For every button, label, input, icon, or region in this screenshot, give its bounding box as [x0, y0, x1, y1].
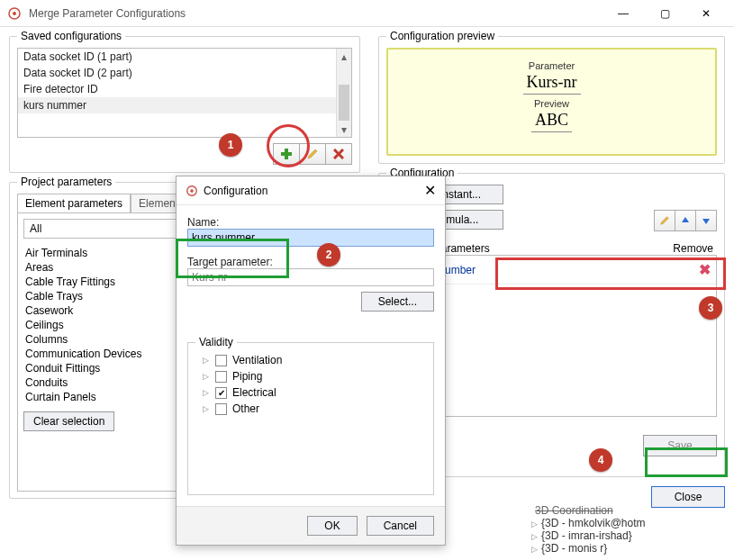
checkbox[interactable] [215, 355, 227, 366]
svg-point-5 [190, 189, 194, 193]
saved-configurations-list[interactable]: Data socket ID (1 part) Data socket ID (… [17, 48, 352, 138]
select-target-button[interactable]: Select... [361, 292, 434, 312]
configuration-dialog: Configuration ✕ Name: kurs nummer Target… [176, 176, 446, 546]
validity-item-ventilation[interactable]: ▷ Ventilation [195, 352, 426, 368]
dialog-cancel-button[interactable]: Cancel [367, 516, 434, 536]
preview-preview-value: ABC [531, 111, 572, 132]
svg-rect-3 [281, 152, 292, 156]
window-minimize-button[interactable]: — [603, 0, 644, 27]
name-label: Name: [187, 216, 434, 229]
dialog-ok-button[interactable]: OK [307, 516, 357, 536]
header-remove-label: Remove [673, 242, 713, 255]
bg-item[interactable]: ▷{3D - monis r} [531, 542, 734, 555]
validity-label: Ventilation [232, 354, 282, 366]
edit-config-button[interactable] [299, 143, 326, 165]
validity-group: Validity ▷ Ventilation ▷ Piping ▷ ✔ Elec… [187, 342, 434, 495]
save-button[interactable]: Save [643, 435, 717, 456]
checkbox[interactable]: ✔ [215, 387, 227, 399]
delete-config-button[interactable] [325, 143, 352, 165]
window-close-button[interactable]: ✕ [685, 0, 727, 27]
validity-label: Piping [232, 370, 262, 383]
project-parameters-title: Project parameters [17, 176, 115, 188]
scroll-thumb[interactable] [339, 85, 349, 121]
scroll-up-arrow[interactable]: ▴ [337, 49, 351, 64]
saved-scrollbar[interactable]: ▴ ▾ [336, 49, 351, 137]
dialog-title: Configuration [204, 185, 424, 197]
tree-expand-icon[interactable]: ▷ [203, 356, 210, 365]
configuration-preview-group: Configuration preview Parameter Kurs-nr … [378, 36, 725, 164]
dialog-close-button[interactable]: ✕ [424, 182, 436, 199]
saved-config-item[interactable]: kurs nummer [18, 97, 351, 113]
validity-item-piping[interactable]: ▷ Piping [195, 368, 426, 384]
background-view-list: 3D Coordination ▷{3D - hmkolvik@hotm ▷{3… [531, 504, 734, 555]
project-filter-value: All [30, 222, 41, 235]
tab-element-parameters[interactable]: Element parameters [17, 194, 131, 212]
validity-label: Electrical [232, 386, 276, 399]
saved-configurations-title: Saved configurations [17, 30, 125, 42]
window-title: Merge Parameter Configurations [29, 7, 603, 20]
preview-preview-label: Preview [534, 98, 569, 109]
preview-parameter-label: Parameter [529, 60, 575, 71]
tree-expand-icon[interactable]: ▷ [203, 404, 210, 413]
move-up-button[interactable] [675, 210, 696, 231]
clear-selection-button[interactable]: Clear selection [23, 411, 114, 431]
tree-expand-icon[interactable]: ▷ [203, 388, 210, 397]
window-titlebar: Merge Parameter Configurations — ▢ ✕ [0, 0, 734, 27]
validity-title: Validity [195, 336, 237, 348]
saved-config-item[interactable]: Fire detector ID [18, 81, 351, 97]
tree-expand-icon[interactable]: ▷ [203, 372, 210, 381]
target-parameter-input: Kurs-nr [187, 268, 434, 286]
svg-point-1 [13, 12, 16, 15]
validity-label: Other [232, 402, 259, 415]
checkbox[interactable] [215, 371, 227, 383]
move-down-button[interactable] [695, 210, 717, 231]
preview-title: Configuration preview [386, 30, 498, 42]
checkbox[interactable] [215, 403, 227, 415]
preview-box: Parameter Kurs-nr Preview ABC [386, 48, 717, 156]
scroll-down-arrow[interactable]: ▾ [337, 122, 351, 137]
window-maximize-button[interactable]: ▢ [644, 0, 685, 27]
param-name: Circuit Number [403, 264, 699, 276]
bg-item[interactable]: 3D Coordination [531, 504, 734, 517]
preview-parameter-value: Kurs-nr [523, 73, 581, 95]
edit-param-button[interactable] [654, 210, 675, 231]
app-icon [7, 6, 22, 21]
dialog-titlebar: Configuration ✕ [177, 176, 445, 205]
bg-item[interactable]: ▷{3D - hmkolvik@hotm [531, 517, 734, 529]
saved-configurations-group: Saved configurations Data socket ID (1 p… [9, 36, 360, 173]
validity-item-other[interactable]: ▷ Other [195, 401, 426, 417]
name-input[interactable]: kurs nummer [187, 229, 434, 247]
saved-config-item[interactable]: Data socket ID (1 part) [18, 49, 351, 65]
saved-config-item[interactable]: Data socket ID (2 part) [18, 65, 351, 81]
remove-param-button[interactable]: ✖ [699, 261, 711, 278]
target-parameter-label: Target parameter: [187, 256, 434, 268]
bg-item[interactable]: ▷{3D - imran-irshad} [531, 529, 734, 542]
add-config-button[interactable] [273, 143, 300, 165]
validity-item-electrical[interactable]: ▷ ✔ Electrical [195, 384, 426, 401]
dialog-app-icon [186, 185, 198, 197]
